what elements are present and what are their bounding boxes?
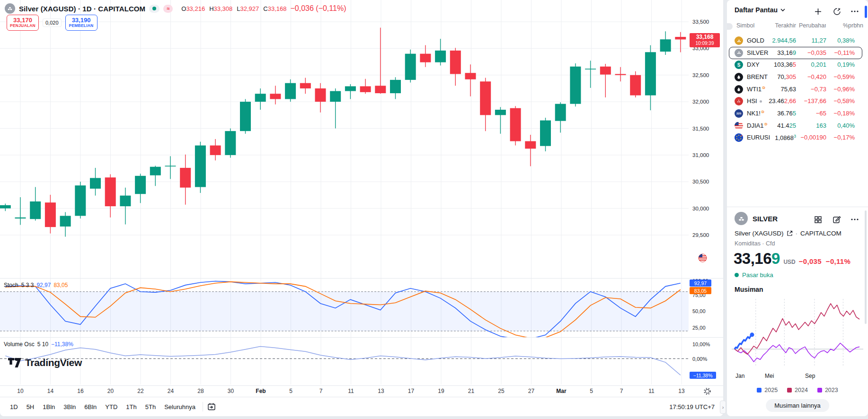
col-change[interactable]: Perubahan: [799, 22, 826, 29]
price-axis-tick[interactable]: 29,500: [692, 232, 709, 238]
legend-item-2025[interactable]: 2025: [757, 387, 778, 393]
col-pct[interactable]: %prbhn: [835, 22, 863, 29]
time-axis-tick[interactable]: 20: [101, 388, 120, 394]
price-axis-tick[interactable]: 30,000: [692, 206, 709, 211]
time-axis[interactable]: 1014162022242830Feb5711131719212527Mar57…: [0, 385, 723, 397]
more-seasonals-button[interactable]: Musiman lainnya: [766, 399, 829, 412]
range-button-1th[interactable]: 1Th: [123, 402, 140, 412]
watchlist-row-nk1[interactable]: 225NK1!D36.765−65−0,18%: [727, 107, 868, 120]
range-button-3bln[interactable]: 3Bln: [60, 402, 79, 412]
market-open-dot-icon[interactable]: [149, 5, 159, 13]
watchlist-row-wti1[interactable]: WTI1D75,63−0,73−0,96%: [727, 83, 868, 96]
watchlist-row-djia1[interactable]: DJIA1D41.4251630,40%: [727, 120, 868, 132]
legend-item-2024[interactable]: 2024: [787, 387, 808, 393]
panel-collapse-handle[interactable]: ›: [720, 401, 726, 414]
more-options-button[interactable]: [849, 6, 861, 17]
data-mode-icon[interactable]: ≈: [163, 5, 173, 13]
time-axis-tick[interactable]: 19: [432, 388, 451, 394]
volume-osc-pane[interactable]: 10,00%0,00%: [0, 338, 723, 384]
price-axis-tick[interactable]: 30,500: [692, 179, 709, 184]
time-axis-tick[interactable]: 24: [161, 388, 180, 394]
ohlc-item: L32,927: [237, 5, 259, 12]
buy-button[interactable]: 33,190 PEMBELIAN: [65, 15, 97, 31]
silver-symbol-icon[interactable]: [735, 212, 748, 225]
current-price-label[interactable]: 33,168 10:09:39: [690, 33, 720, 47]
price-chart[interactable]: 33,50033,00032,50032,00031,50031,00030,5…: [0, 0, 723, 278]
scrollbar-thumb[interactable]: [865, 210, 867, 324]
candle-body: [465, 73, 476, 79]
col-last[interactable]: Terakhir: [768, 22, 796, 29]
time-axis-tick[interactable]: 13: [672, 388, 691, 394]
price-axis-tick[interactable]: 31,500: [692, 126, 709, 131]
volosc-axis-tick[interactable]: 0,00%: [692, 356, 707, 362]
range-button-ytd[interactable]: YTD: [102, 402, 121, 412]
add-symbol-button[interactable]: [812, 6, 824, 17]
time-axis-tick[interactable]: 16: [71, 388, 90, 394]
edit-watchlist-button[interactable]: [831, 6, 843, 17]
clock-utc[interactable]: 17:50:19 UTC+7: [669, 403, 717, 410]
range-button-1d[interactable]: 1D: [7, 402, 21, 412]
market-open-dot-icon: [735, 273, 739, 277]
watchlist-row-dxy[interactable]: SDXY103,3650,2010,19%: [727, 59, 868, 71]
stoch-axis-tick[interactable]: 50,00: [692, 308, 706, 314]
time-axis-tick[interactable]: 25: [492, 388, 511, 394]
time-axis-tick[interactable]: 7: [612, 388, 631, 394]
bar-countdown: 10:09:39: [696, 41, 714, 46]
watchlist-header[interactable]: Daftar Pantau: [735, 6, 786, 14]
time-axis-tick[interactable]: 17: [402, 388, 421, 394]
detail-symbol-name[interactable]: SILVER: [753, 215, 778, 223]
watchlist-row-hsi[interactable]: HSI23.462,66−137,66−0,58%: [727, 95, 868, 107]
detail-desc[interactable]: Silver (XAGUSD): [735, 230, 784, 237]
notes-edit-button[interactable]: [831, 214, 843, 225]
symbol-title[interactable]: Silver (XAGUSD) · 1D · CAPITALCOM: [19, 5, 145, 13]
price-axis-tick[interactable]: 32,000: [692, 99, 709, 105]
range-button-5th[interactable]: 5Th: [142, 402, 159, 412]
watchlist-row-gold[interactable]: GOLD2.944,5611,270,38%: [727, 35, 868, 47]
col-symbol[interactable]: Simbol: [736, 22, 754, 29]
stoch-axis-tick[interactable]: 25,00: [692, 325, 706, 331]
detail-exchange[interactable]: CAPITALCOM: [800, 230, 841, 237]
range-button-5h[interactable]: 5H: [23, 402, 38, 412]
volosc-legend[interactable]: Volume Osc 5 10 −11,38%: [4, 341, 73, 348]
us-flag-events-icon[interactable]: [698, 253, 707, 262]
time-axis-tick[interactable]: 7: [311, 388, 330, 394]
watchlist-row-eurusi[interactable]: EURUSI1,08683−0,00190−0,17%: [727, 131, 868, 144]
range-button-1bln[interactable]: 1Bln: [39, 402, 58, 412]
time-axis-tick[interactable]: 21: [462, 388, 481, 394]
legend-item-2023[interactable]: 2023: [817, 387, 838, 393]
sell-button[interactable]: 33,170 PENJUALAN: [7, 15, 39, 31]
time-axis-tick[interactable]: 27: [522, 388, 541, 394]
time-axis-tick[interactable]: 10: [11, 388, 30, 394]
time-axis-tick[interactable]: 13: [372, 388, 390, 394]
tradingview-logo[interactable]: TradingView: [8, 357, 82, 369]
watchlist-row-silver[interactable]: SILVER33,169−0,035−0,11%: [727, 47, 868, 59]
scrollbar-thumb[interactable]: [865, 6, 867, 18]
stoch-legend[interactable]: Stoch 5 3 3 92,97 83,05: [4, 282, 68, 288]
watchlist-column-header[interactable]: Simbol Terakhir Perubahan %prbhn: [727, 22, 868, 32]
price-axis-tick[interactable]: 31,000: [692, 152, 709, 158]
silver-logo-icon[interactable]: [5, 3, 15, 14]
go-to-date-icon[interactable]: [207, 402, 216, 411]
time-axis-tick[interactable]: 30: [221, 388, 240, 394]
time-axis-tick[interactable]: 11: [642, 388, 661, 394]
time-axis-tick[interactable]: Feb: [251, 388, 270, 394]
price-axis-tick[interactable]: 32,500: [692, 72, 709, 78]
flag-column-stub[interactable]: [727, 23, 733, 30]
price-axis-tick[interactable]: 33,500: [692, 19, 709, 25]
time-axis-tick[interactable]: 5: [582, 388, 601, 394]
external-link-icon[interactable]: [787, 230, 793, 236]
time-axis-tick[interactable]: 5: [282, 388, 301, 394]
layout-grid-button[interactable]: [812, 214, 824, 225]
volosc-axis-tick[interactable]: 10,00%: [692, 341, 710, 347]
detail-more-button[interactable]: [849, 214, 861, 225]
time-axis-tick[interactable]: 28: [191, 388, 210, 394]
time-axis-tick[interactable]: 11: [342, 388, 361, 394]
time-axis-tick[interactable]: 22: [131, 388, 150, 394]
range-button-6bln[interactable]: 6Bln: [81, 402, 100, 412]
range-button-seluruhnya[interactable]: Seluruhnya: [161, 402, 199, 412]
seasonals-chart[interactable]: [732, 296, 863, 371]
time-axis-tick[interactable]: 14: [41, 388, 60, 394]
watchlist-row-brent[interactable]: BRENT70,305−0,420−0,59%: [727, 71, 868, 83]
stochastic-pane[interactable]: 100,0075,0050,0025,00: [0, 279, 723, 337]
time-axis-tick[interactable]: Mar: [552, 388, 571, 394]
